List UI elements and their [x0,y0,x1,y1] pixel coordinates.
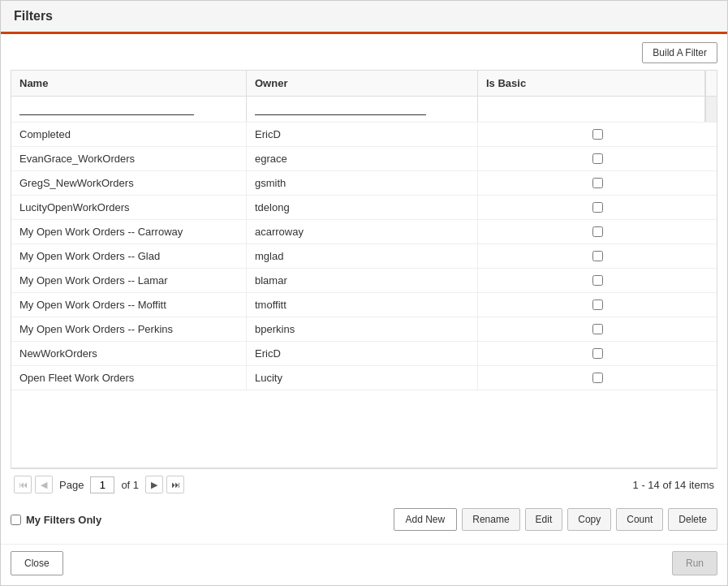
row-owner-cell: tmoffitt [247,293,478,317]
isbasic-checkbox[interactable] [592,275,603,286]
isbasic-checkbox[interactable] [592,348,603,359]
col-owner-header: Owner [247,71,478,96]
table-row[interactable]: My Open Work Orders -- Lamar blamar [11,269,717,293]
row-isbasic-cell [478,196,717,219]
table-header: Name Owner Is Basic [11,71,717,97]
toolbar-top: Build A Filter [11,42,717,63]
copy-button[interactable]: Copy [567,508,611,531]
name-filter-input[interactable] [19,100,194,115]
row-name-cell: EvanGrace_WorkOrders [11,147,247,170]
isbasic-checkbox[interactable] [592,299,603,310]
table-scroll-area[interactable]: Completed EricD EvanGrace_WorkOrders egr… [11,123,717,468]
row-isbasic-cell [478,220,717,243]
page-label: Page [59,479,84,491]
table-row[interactable]: Open Fleet Work Orders Lucity [11,366,717,390]
row-name-cell: Open Fleet Work Orders [11,366,247,390]
row-isbasic-cell [478,293,717,317]
dialog-footer: Close Run [1,544,727,585]
delete-button[interactable]: Delete [668,508,717,531]
isbasic-checkbox[interactable] [592,324,603,334]
table-row[interactable]: LucityOpenWorkOrders tdelong [11,196,717,220]
action-buttons-group: Add New Rename Edit Copy Count Delete [394,508,717,531]
row-name-cell: Completed [11,123,247,146]
page-number-input[interactable] [90,476,114,493]
row-owner-cell: bperkins [247,317,478,341]
run-button[interactable]: Run [672,551,717,575]
last-page-button[interactable]: ⏭ [166,476,184,493]
owner-filter-cell [247,97,478,122]
dialog-header: Filters [1,1,727,34]
row-isbasic-cell [478,123,717,146]
filters-table: Name Owner Is Basic Completed [11,70,717,468]
row-isbasic-cell [478,269,717,292]
isbasic-filter-cell [478,97,705,122]
row-isbasic-cell [478,342,717,365]
row-owner-cell: Lucity [247,366,478,390]
filter-inputs-row [11,97,717,123]
pagination-left: ⏮ ◀ Page of 1 ▶ ⏭ [14,476,184,493]
close-button[interactable]: Close [11,551,63,575]
row-owner-cell: tdelong [247,196,478,219]
my-filters-only-container: My Filters Only [11,514,101,526]
isbasic-checkbox[interactable] [592,178,603,188]
table-row[interactable]: GregS_NewWorkOrders gsmith [11,171,717,196]
action-row: My Filters Only Add New Rename Edit Copy… [11,500,717,536]
row-isbasic-cell [478,147,717,170]
row-name-cell: My Open Work Orders -- Lamar [11,269,247,292]
count-button[interactable]: Count [616,508,663,531]
table-row[interactable]: Completed EricD [11,123,717,147]
row-owner-cell: gsmith [247,171,478,195]
add-new-button[interactable]: Add New [394,508,458,531]
row-owner-cell: EricD [247,342,478,365]
isbasic-checkbox[interactable] [592,251,603,261]
row-name-cell: GregS_NewWorkOrders [11,171,247,195]
row-owner-cell: mglad [247,244,478,268]
table-row[interactable]: My Open Work Orders -- Moffitt tmoffitt [11,293,717,317]
row-isbasic-cell [478,171,717,195]
my-filters-label: My Filters Only [26,514,101,526]
prev-page-button[interactable]: ◀ [35,476,53,493]
table-row[interactable]: My Open Work Orders -- Carroway acarrowa… [11,220,717,244]
pagination-summary: 1 - 14 of 14 items [633,479,714,491]
owner-filter-input[interactable] [255,100,426,115]
scroll-placeholder [705,97,717,122]
row-name-cell: LucityOpenWorkOrders [11,196,247,219]
build-filter-button[interactable]: Build A Filter [642,42,717,63]
isbasic-checkbox[interactable] [592,226,603,237]
row-isbasic-cell [478,244,717,268]
first-page-button[interactable]: ⏮ [14,476,32,493]
my-filters-checkbox[interactable] [11,515,21,525]
row-owner-cell: egrace [247,147,478,170]
isbasic-checkbox[interactable] [592,373,603,383]
row-isbasic-cell [478,317,717,341]
name-filter-cell [11,97,247,122]
filters-dialog: Filters Build A Filter Name Owner Is Bas… [0,0,728,586]
pagination-row: ⏮ ◀ Page of 1 ▶ ⏭ 1 - 14 of 14 items [11,468,717,500]
rename-button[interactable]: Rename [462,508,519,531]
row-name-cell: My Open Work Orders -- Glad [11,244,247,268]
table-row[interactable]: NewWorkOrders EricD [11,342,717,366]
col-name-header: Name [11,71,247,96]
dialog-body: Build A Filter Name Owner Is Basic [1,34,727,544]
row-isbasic-cell [478,366,717,390]
row-name-cell: My Open Work Orders -- Carroway [11,220,247,243]
dialog-title: Filters [14,9,714,24]
row-owner-cell: acarroway [247,220,478,243]
row-name-cell: NewWorkOrders [11,342,247,365]
edit-button[interactable]: Edit [525,508,563,531]
isbasic-checkbox[interactable] [592,202,603,213]
of-label: of 1 [121,479,139,491]
row-owner-cell: blamar [247,269,478,292]
isbasic-checkbox[interactable] [592,129,603,140]
row-name-cell: My Open Work Orders -- Perkins [11,317,247,341]
isbasic-checkbox[interactable] [592,153,603,164]
row-name-cell: My Open Work Orders -- Moffitt [11,293,247,317]
row-owner-cell: EricD [247,123,478,146]
col-isbasic-header: Is Basic [478,71,705,96]
table-row[interactable]: My Open Work Orders -- Glad mglad [11,244,717,269]
next-page-button[interactable]: ▶ [145,476,163,493]
table-row[interactable]: My Open Work Orders -- Perkins bperkins [11,317,717,342]
table-row[interactable]: EvanGrace_WorkOrders egrace [11,147,717,171]
